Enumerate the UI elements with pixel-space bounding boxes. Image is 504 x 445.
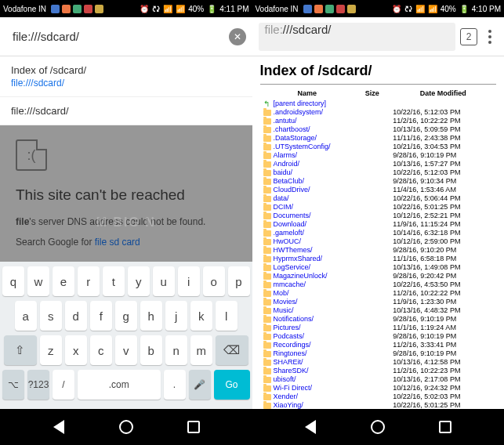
key-l[interactable]: l (216, 301, 237, 331)
file-link[interactable]: [parent directory] (274, 99, 327, 107)
key-c[interactable]: c (90, 335, 112, 365)
suggestion-item[interactable]: file:///sdcard/ (0, 97, 252, 125)
key-q[interactable]: q (2, 266, 24, 296)
file-size (354, 384, 390, 393)
key-z[interactable]: z (40, 335, 62, 365)
file-link[interactable]: Wi-Fi Direct/ (274, 384, 313, 392)
file-link[interactable]: SHAREit/ (274, 358, 303, 366)
key-r[interactable]: r (78, 266, 100, 296)
table-row: XiaoYing/10/22/16, 5:01:25 PM (260, 401, 497, 410)
file-link[interactable]: HWThemes/ (274, 246, 313, 254)
key-⇧[interactable]: ⇧ (4, 335, 37, 365)
key-Go[interactable]: Go (214, 370, 250, 400)
key-🎤[interactable]: 🎤 (189, 370, 211, 400)
file-link[interactable]: mmcache/ (274, 280, 306, 288)
key-⌫[interactable]: ⌫ (216, 335, 248, 365)
file-link[interactable]: data/ (274, 194, 289, 202)
file-link[interactable]: MagazineUnlock/ (274, 272, 328, 280)
key-t[interactable]: t (103, 266, 125, 296)
file-link[interactable]: Android/ (274, 160, 300, 168)
folder-icon (263, 127, 271, 133)
file-link[interactable]: .chartboost/ (274, 125, 310, 133)
url-input[interactable] (6, 23, 224, 51)
file-link[interactable]: .UTSystemConfig/ (274, 143, 331, 150)
key-.com[interactable]: .com (78, 370, 161, 400)
key-y[interactable]: y (128, 266, 150, 296)
file-link[interactable]: .gameloft/ (274, 229, 305, 237)
key-m[interactable]: m (190, 335, 212, 365)
alarm-icon: ⏰ (392, 5, 401, 13)
folder-icon (263, 334, 271, 340)
key-i[interactable]: i (178, 266, 200, 296)
file-link[interactable]: Documents/ (274, 212, 311, 219)
file-link[interactable]: BetaClub/ (274, 177, 305, 185)
key-?123[interactable]: ?123 (27, 370, 49, 400)
battery-icon: 🔋 (459, 5, 469, 13)
key-w[interactable]: w (27, 266, 49, 296)
recent-button[interactable] (185, 418, 202, 436)
key-e[interactable]: e (53, 266, 74, 296)
key-a[interactable]: a (15, 301, 37, 331)
key-b[interactable]: b (140, 335, 162, 365)
file-link[interactable]: XiaoYing/ (274, 401, 303, 409)
file-link[interactable]: .antutu/ (274, 117, 297, 125)
file-link[interactable]: Recordings/ (274, 341, 311, 349)
key-x[interactable]: x (65, 335, 87, 365)
tab-switcher[interactable]: 2 (460, 28, 477, 45)
file-link[interactable]: ShareSDK/ (274, 367, 309, 374)
table-row: .chartboost/10/13/16, 5:09:59 PM (260, 125, 497, 134)
folder-icon (263, 385, 271, 392)
key-g[interactable]: g (115, 301, 137, 331)
file-link[interactable]: Movies/ (274, 298, 298, 306)
file-link[interactable]: Mob/ (274, 289, 289, 297)
file-link[interactable]: Download/ (274, 220, 307, 228)
alarm-icon: ⏰ (140, 5, 149, 13)
file-link[interactable]: Music/ (274, 306, 294, 314)
key-.[interactable]: . (164, 370, 186, 400)
file-link[interactable]: Podcasts/ (274, 332, 305, 340)
home-button[interactable] (118, 418, 135, 436)
back-button[interactable] (50, 418, 67, 436)
table-row: ShareSDK/11/2/16, 10:22:23 PM (260, 367, 497, 375)
file-link[interactable]: .DataStorage/ (274, 134, 317, 142)
file-link[interactable]: Pictures/ (274, 324, 301, 331)
file-link[interactable]: ubisoft/ (274, 375, 296, 383)
key-⌥[interactable]: ⌥ (2, 370, 24, 400)
key-v[interactable]: v (115, 335, 137, 365)
file-link[interactable]: Notifications/ (274, 315, 314, 323)
key-f[interactable]: f (90, 301, 112, 331)
file-link[interactable]: Ringtones/ (274, 349, 307, 357)
file-link[interactable]: baidu/ (274, 168, 293, 176)
suggestion-item[interactable]: Index of /sdcard/ file:///sdcard/ (0, 56, 252, 97)
folder-icon (263, 351, 271, 357)
menu-icon[interactable] (482, 30, 498, 44)
folder-icon (263, 144, 271, 150)
address-bar: file:///sdcard/ 2 (252, 17, 505, 56)
key-s[interactable]: s (40, 301, 62, 331)
status-bar: Vodafone IN ⏰ 🗘 📶 📶 40% 🔋 4:11 PM (0, 0, 252, 17)
key-h[interactable]: h (140, 301, 162, 331)
key-u[interactable]: u (153, 266, 175, 296)
key-/[interactable]: / (53, 370, 74, 400)
key-d[interactable]: d (65, 301, 87, 331)
file-link[interactable]: DCIM/ (274, 203, 294, 211)
home-button[interactable] (369, 418, 386, 436)
recent-button[interactable] (437, 418, 454, 436)
folder-icon (263, 161, 271, 168)
file-link[interactable]: HwOUC/ (274, 237, 302, 245)
key-k[interactable]: k (190, 301, 212, 331)
file-link[interactable]: .androidsystem/ (274, 108, 324, 116)
file-link[interactable]: Alarms/ (274, 151, 298, 159)
back-button[interactable] (302, 418, 319, 436)
file-link[interactable]: Xender/ (274, 393, 299, 400)
file-link[interactable]: LogService/ (274, 263, 311, 271)
key-n[interactable]: n (165, 335, 187, 365)
key-o[interactable]: o (203, 266, 225, 296)
key-j[interactable]: j (165, 301, 187, 331)
file-size (354, 194, 390, 203)
file-link[interactable]: CloudDrive/ (274, 186, 310, 194)
url-input[interactable]: file:///sdcard/ (259, 23, 456, 51)
key-p[interactable]: p (228, 266, 250, 296)
clear-icon[interactable]: ✕ (229, 28, 246, 45)
file-link[interactable]: HyprmxShared/ (274, 255, 323, 262)
